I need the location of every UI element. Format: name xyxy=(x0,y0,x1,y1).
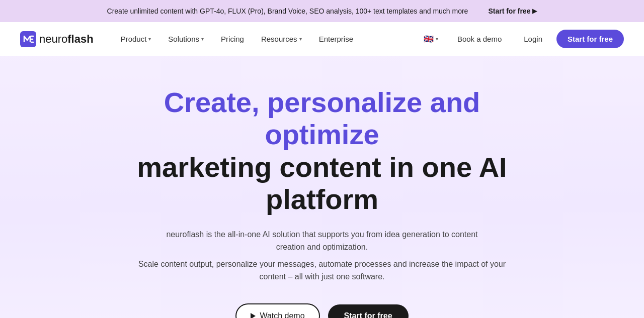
navbar-start-free-button[interactable]: Start for free xyxy=(556,30,624,48)
top-banner: Create unlimited content with GPT-4o, FL… xyxy=(0,0,644,22)
login-button[interactable]: Login xyxy=(516,31,550,47)
nav-right: 🇬🇧 ▾ Book a demo Login Start for free xyxy=(419,30,624,48)
banner-text: Create unlimited content with GPT-4o, FL… xyxy=(107,7,468,15)
banner-cta-arrow: ▶ xyxy=(532,8,537,15)
hero-subtitle-2: Scale content output, personalize your m… xyxy=(131,258,513,283)
hero-title: Create, personalize and optimize marketi… xyxy=(116,86,528,216)
hero-section: Create, personalize and optimize marketi… xyxy=(0,56,644,318)
hero-title-highlight: Create, personalize and optimize xyxy=(164,86,480,150)
nav-item-solutions[interactable]: Solutions ▾ xyxy=(161,31,211,47)
nav-item-resources[interactable]: Resources ▾ xyxy=(254,31,309,47)
language-selector[interactable]: 🇬🇧 ▾ xyxy=(419,31,443,47)
solutions-chevron-icon: ▾ xyxy=(201,36,204,42)
banner-cta[interactable]: Start for free ▶ xyxy=(488,7,537,15)
hero-title-dark: marketing content in one AI platform xyxy=(137,151,507,215)
watch-demo-label: Watch demo xyxy=(260,311,304,318)
nav-item-product[interactable]: Product ▾ xyxy=(114,31,158,47)
logo-text: neuroflash xyxy=(39,33,94,46)
lang-chevron-icon: ▾ xyxy=(436,36,438,42)
resources-chevron-icon: ▾ xyxy=(299,36,302,42)
hero-start-free-button[interactable]: Start for free xyxy=(328,304,409,318)
nav-item-pricing[interactable]: Pricing xyxy=(214,31,251,47)
nav-links: Product ▾ Solutions ▾ Pricing Resources … xyxy=(114,31,419,47)
nav-item-enterprise[interactable]: Enterprise xyxy=(312,31,360,47)
flag-icon: 🇬🇧 xyxy=(424,34,434,44)
play-icon xyxy=(251,313,256,318)
banner-cta-text: Start for free xyxy=(488,7,530,15)
product-chevron-icon: ▾ xyxy=(148,36,151,42)
logo[interactable]: neuroflash xyxy=(20,31,94,47)
hero-subtitle-1: neuroflash is the all-in-one AI solution… xyxy=(151,228,493,254)
book-demo-button[interactable]: Book a demo xyxy=(449,31,510,47)
hero-buttons: Watch demo Start for free xyxy=(235,303,408,318)
logo-icon xyxy=(20,31,36,47)
watch-demo-button[interactable]: Watch demo xyxy=(235,303,319,318)
navbar: neuroflash Product ▾ Solutions ▾ Pricing… xyxy=(0,22,644,56)
